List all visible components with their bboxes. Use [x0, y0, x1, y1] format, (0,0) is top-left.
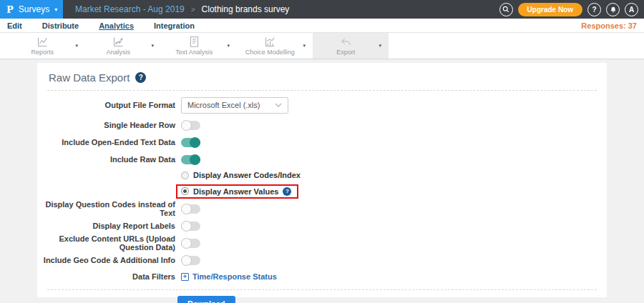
exclude-content-urls-toggle[interactable]: [181, 239, 200, 248]
answer-codes-radio[interactable]: [181, 172, 189, 179]
chevron-down-icon: ▾: [54, 6, 57, 13]
time-response-status-label: Time/Response Status: [192, 272, 277, 281]
toolbar-text-analysis[interactable]: Text Analysis ▾: [161, 33, 237, 59]
include-open-ended-toggle[interactable]: [181, 138, 200, 147]
nav-tab-analytics[interactable]: Analytics: [99, 21, 134, 30]
toolbar-label: Export: [336, 49, 355, 56]
toolbar-analysis[interactable]: Analysis ▾: [85, 33, 161, 59]
breadcrumb-survey-name: Clothing brands survey: [202, 4, 290, 14]
analytics-toolbar: Reports ▾ Analysis ▾ Text Analysis ▾: [0, 33, 644, 59]
questionpro-logo: P: [6, 4, 14, 15]
output-format-select[interactable]: Microsoft Excel (.xls): [181, 97, 288, 114]
toolbar-label: Text Analysis: [175, 49, 213, 56]
toolbar-reports[interactable]: Reports ▾: [9, 33, 85, 59]
search-button[interactable]: [499, 3, 513, 16]
avatar[interactable]: A: [625, 3, 638, 16]
surveys-menu[interactable]: P Surveys ▾: [0, 0, 63, 19]
toolbar-label: Choice Modelling: [245, 49, 295, 56]
single-header-row-toggle[interactable]: [181, 121, 200, 130]
topbar-actions: Upgrade Now ? A: [499, 3, 644, 16]
bell-icon: [610, 6, 617, 14]
help-button[interactable]: ?: [587, 3, 601, 16]
chevron-down-icon: [275, 103, 282, 107]
question-codes-label: Display Question Codes instead of Text: [37, 200, 175, 217]
surveys-menu-label: Surveys: [19, 4, 49, 14]
toolbar-export[interactable]: Export ▾: [313, 33, 389, 59]
chevron-down-icon[interactable]: ▾: [379, 43, 389, 49]
nav-tab-integration[interactable]: Integration: [154, 21, 195, 30]
line-chart-icon: [36, 36, 49, 48]
exclude-content-urls-label: Exclude Content URLs (Upload Question Da…: [37, 234, 175, 252]
help-icon[interactable]: ?: [283, 187, 291, 196]
time-response-status-link[interactable]: + Time/Response Status: [181, 272, 277, 281]
data-filters-label: Data Filters: [37, 272, 175, 281]
nav-tab-edit[interactable]: Edit: [7, 21, 22, 30]
answer-values-radio-label: Display Answer Values: [193, 187, 278, 196]
export-options-form: Output File Format Microsoft Excel (.xls…: [37, 91, 607, 303]
toolbar-label: Analysis: [106, 49, 130, 56]
upgrade-now-button[interactable]: Upgrade Now: [518, 3, 582, 16]
notifications-button[interactable]: [606, 3, 620, 16]
question-codes-toggle[interactable]: [181, 204, 200, 214]
chevron-down-icon[interactable]: ▾: [303, 43, 313, 49]
highlight-box: Display Answer Values ?: [176, 184, 298, 199]
plus-square-icon: +: [181, 273, 189, 281]
combo-chart-icon: [264, 36, 276, 48]
include-raw-data-label: Include Raw Data: [37, 155, 175, 164]
export-arrow-icon: [340, 36, 352, 48]
topbar: P Surveys ▾ Market Research - Aug 2019 >…: [0, 0, 644, 19]
page-title: Raw Data Export: [49, 71, 130, 84]
nav-tab-distribute[interactable]: Distribute: [42, 21, 79, 30]
output-format-label: Output File Format: [37, 101, 175, 109]
document-icon: [188, 36, 200, 48]
app-window: P Surveys ▾ Market Research - Aug 2019 >…: [0, 0, 644, 303]
report-labels-label: Display Report Labels: [37, 222, 175, 230]
include-raw-data-toggle[interactable]: [181, 155, 200, 164]
chevron-down-icon[interactable]: ▾: [151, 43, 161, 49]
toolbar-choice-modelling[interactable]: Choice Modelling ▾: [237, 33, 313, 59]
raw-data-export-panel: Raw Data Export ? Output File Format Mic…: [37, 63, 607, 297]
download-button[interactable]: Download: [177, 296, 235, 303]
breadcrumb-folder[interactable]: Market Research - Aug 2019: [75, 4, 185, 14]
toolbar-label: Reports: [31, 49, 54, 56]
geo-code-toggle[interactable]: [181, 256, 200, 265]
survey-nav: Edit Distribute Analytics Integration Re…: [0, 19, 644, 33]
chevron-down-icon[interactable]: ▾: [75, 43, 85, 49]
breadcrumb: Market Research - Aug 2019 > Clothing br…: [75, 4, 289, 14]
report-labels-toggle[interactable]: [181, 222, 200, 231]
search-icon: [502, 6, 509, 13]
geo-code-label: Include Geo Code & Additional Info: [37, 256, 175, 264]
single-header-row-label: Single Header Row: [37, 121, 175, 129]
include-open-ended-label: Include Open-Ended Text Data: [37, 138, 175, 146]
responses-count: Responses: 37: [581, 21, 637, 30]
help-icon[interactable]: ?: [135, 72, 146, 83]
scatter-chart-icon: [112, 36, 125, 48]
chevron-down-icon[interactable]: ▾: [227, 43, 237, 49]
breadcrumb-separator: >: [191, 6, 195, 14]
answer-codes-radio-label: Display Answer Codes/Index: [193, 171, 301, 179]
output-format-value: Microsoft Excel (.xls): [187, 101, 260, 109]
answer-values-radio[interactable]: [181, 187, 189, 195]
